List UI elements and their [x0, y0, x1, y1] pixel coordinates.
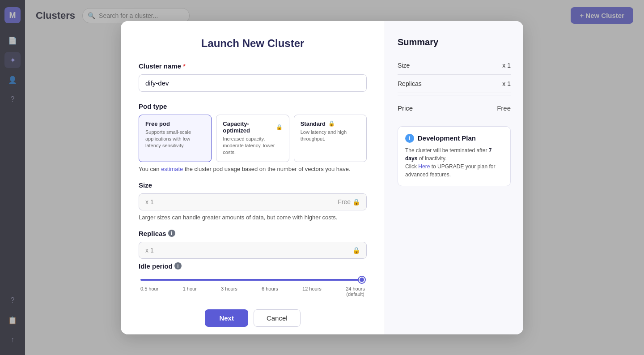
replicas-lock-icon: 🔒: [352, 247, 360, 254]
pod-type-label: Pod type: [139, 103, 367, 110]
summary-price-key: Price: [398, 104, 413, 112]
replicas-value: x 1: [145, 247, 154, 254]
slider-label-2: 3 hours: [221, 286, 237, 297]
dialog-right-panel: Summary Size x 1 Replicas x 1 Price Free: [385, 21, 523, 334]
modal-overlay: Launch New Cluster Cluster name * Pod ty…: [0, 0, 644, 355]
idle-period-label: Idle period i: [139, 262, 367, 270]
size-label: Size: [139, 181, 367, 189]
dev-plan-description: The cluster will be terminated after 7 d…: [405, 146, 503, 179]
pod-type-section: Pod type Free pod Supports small-scale a…: [139, 103, 367, 172]
slider-label-1: 1 hour: [183, 286, 197, 297]
idle-period-section: Idle period i 0.5 hour 1 hour 3 hours 6 …: [139, 262, 367, 297]
pod-usage-hint: You can estimate the cluster pod usage b…: [139, 166, 367, 172]
cluster-name-input[interactable]: [139, 74, 367, 92]
pod-card-free-desc: Supports small-scale applications with l…: [145, 129, 205, 150]
replicas-info-icon[interactable]: i: [168, 230, 175, 237]
development-plan-card: i Development Plan The cluster will be t…: [398, 126, 511, 186]
replicas-label: Replicas i: [139, 230, 367, 237]
pod-card-capacity[interactable]: Capacity-optimized 🔒 Increased capacity,…: [216, 115, 289, 162]
pod-types-container: Free pod Supports small-scale applicatio…: [139, 115, 367, 162]
size-right: Free 🔒: [338, 198, 360, 205]
estimate-link[interactable]: estimate: [161, 166, 183, 172]
summary-price-row: Price Free: [398, 97, 511, 115]
pod-card-free[interactable]: Free pod Supports small-scale applicatio…: [139, 115, 212, 162]
size-hint: Larger sizes can handle greater amounts …: [139, 214, 367, 221]
upgrade-link[interactable]: Here: [418, 163, 430, 170]
slider-label-3: 6 hours: [262, 286, 278, 297]
capacity-lock-icon: 🔒: [276, 124, 283, 130]
summary-replicas-key: Replicas: [398, 80, 422, 87]
dialog-actions: Next Cancel: [139, 309, 367, 327]
cluster-name-label: Cluster name *: [139, 62, 367, 70]
pod-card-standard[interactable]: Standard 🔒 Low latency and high throughp…: [294, 115, 367, 162]
standard-lock-icon: 🔒: [328, 120, 335, 127]
summary-replicas-value: x 1: [502, 80, 511, 87]
next-button[interactable]: Next: [205, 309, 248, 327]
dialog-title: Launch New Cluster: [139, 37, 367, 50]
slider-label-0: 0.5 hour: [140, 286, 158, 297]
summary-size-row: Size x 1: [398, 56, 511, 75]
slider-label-5: 24 hours(default): [346, 286, 365, 297]
size-section: Size x 1 Free 🔒 Larger sizes can handle …: [139, 181, 367, 221]
summary-divider: [398, 95, 511, 95]
summary-replicas-row: Replicas x 1: [398, 75, 511, 93]
summary-size-key: Size: [398, 62, 410, 69]
size-value: x 1: [145, 198, 154, 205]
summary-size-value: x 1: [502, 62, 511, 69]
summary-price-value: Free: [497, 104, 511, 112]
cluster-name-section: Cluster name *: [139, 62, 367, 101]
idle-period-slider[interactable]: [140, 279, 365, 281]
slider-labels: 0.5 hour 1 hour 3 hours 6 hours 12 hours…: [140, 286, 365, 297]
pod-card-capacity-title: Capacity-optimized 🔒: [223, 120, 282, 134]
idle-period-slider-container: 0.5 hour 1 hour 3 hours 6 hours 12 hours…: [139, 274, 367, 297]
dev-plan-header: i Development Plan: [405, 134, 503, 143]
main-content: Clusters 🔍 + New Cluster Launch New Clus…: [25, 0, 644, 355]
size-input: x 1 Free 🔒: [139, 193, 367, 210]
dev-plan-title: Development Plan: [418, 134, 476, 142]
dev-plan-icon: i: [405, 134, 414, 143]
replicas-input: x 1 🔒: [139, 242, 367, 259]
required-indicator: *: [183, 62, 186, 70]
dialog-left-panel: Launch New Cluster Cluster name * Pod ty…: [121, 21, 385, 334]
pod-card-capacity-desc: Increased capacity, moderate latency, lo…: [223, 136, 282, 156]
idle-period-info-icon[interactable]: i: [174, 262, 182, 269]
launch-cluster-dialog: Launch New Cluster Cluster name * Pod ty…: [121, 21, 523, 334]
pod-card-standard-title: Standard 🔒: [301, 120, 360, 127]
pod-card-free-title: Free pod: [145, 120, 205, 127]
summary-title: Summary: [398, 37, 511, 47]
cancel-button[interactable]: Cancel: [254, 309, 301, 327]
slider-label-4: 12 hours: [302, 286, 322, 297]
replicas-section: Replicas i x 1 🔒: [139, 230, 367, 259]
pod-card-standard-desc: Low latency and high throughput.: [301, 129, 360, 143]
